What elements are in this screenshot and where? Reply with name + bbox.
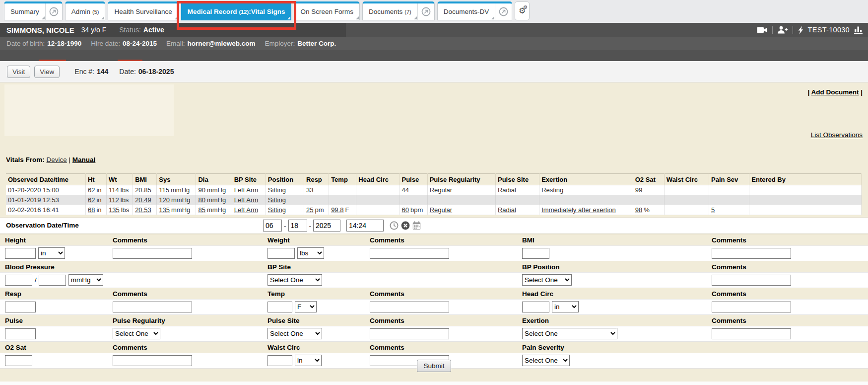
head-circ-comments-input[interactable]	[712, 302, 791, 312]
add-person-icon[interactable]	[777, 26, 788, 34]
pulse-regularity-select[interactable]: Select One	[113, 328, 160, 339]
unit-text: lbs	[121, 186, 129, 194]
resp-comments-input[interactable]	[113, 302, 192, 312]
video-camera-icon[interactable]	[757, 26, 768, 34]
clear-icon[interactable]	[401, 221, 410, 230]
value-link[interactable]: 115	[159, 186, 169, 194]
value-link[interactable]: Immediately after exertion	[541, 206, 616, 214]
value-link[interactable]: Regular	[430, 186, 453, 194]
height-comments-input[interactable]	[113, 248, 192, 259]
value-link[interactable]: Regular	[430, 206, 453, 214]
value-link[interactable]: 114	[109, 186, 119, 194]
popout-icon[interactable]	[417, 3, 434, 20]
value-link[interactable]: Sitting	[268, 206, 286, 214]
submit-button[interactable]: Submit	[417, 360, 451, 372]
value-link[interactable]: 98	[635, 206, 642, 214]
view-button[interactable]: View	[34, 66, 60, 78]
pulse-comments-input[interactable]	[370, 328, 449, 339]
temp-comments-input[interactable]	[370, 302, 449, 312]
tab-health-surveillance[interactable]: Health Surveillance	[108, 1, 178, 20]
value-link[interactable]: 135	[109, 206, 120, 214]
tab-summary[interactable]: Summary	[4, 1, 63, 20]
tab-label[interactable]: Medical Record(12):Vital Signs	[182, 3, 291, 20]
value-link[interactable]: 99	[635, 186, 642, 194]
pulse-site-select[interactable]: Select One	[267, 328, 322, 339]
exertion-comments-input[interactable]	[712, 328, 791, 339]
popout-icon[interactable]	[45, 3, 62, 20]
blood-pressure-unit-select[interactable]: mmHg	[68, 274, 103, 286]
value-link[interactable]: Resting	[541, 186, 563, 194]
value-link[interactable]: 135	[159, 206, 170, 214]
value-link[interactable]: 25	[306, 206, 313, 214]
value-link[interactable]: 60	[402, 206, 409, 214]
obs-day-input[interactable]	[288, 220, 307, 231]
head-circ-unit-select[interactable]: in	[552, 301, 579, 312]
bmi-comments-input[interactable]	[712, 248, 791, 259]
head-circ-input[interactable]	[522, 302, 549, 312]
value-link[interactable]: 85	[198, 206, 205, 214]
bp-comments-input[interactable]	[712, 275, 791, 286]
resp-input[interactable]	[5, 302, 36, 312]
calendar-icon[interactable]	[412, 221, 421, 230]
tab-label[interactable]: Summary	[4, 3, 45, 20]
height-unit-select[interactable]: in	[38, 247, 65, 259]
value-link[interactable]: Left Arm	[234, 196, 258, 204]
bp-site-select[interactable]: Select One	[267, 274, 322, 286]
blood-pressure-systolic-input[interactable]	[5, 275, 32, 286]
value-link[interactable]: 5	[711, 206, 715, 214]
temp-input[interactable]	[267, 302, 292, 312]
value-link[interactable]: Left Arm	[234, 186, 258, 194]
obs-time-input[interactable]	[346, 220, 384, 231]
bmi-input[interactable]	[522, 248, 549, 259]
value-link[interactable]: Sitting	[268, 186, 286, 194]
value-link[interactable]: 68	[88, 206, 95, 214]
value-link[interactable]: 20.49	[135, 196, 151, 204]
weight-unit-select[interactable]: lbs	[297, 247, 324, 259]
chart-icon[interactable]	[854, 26, 863, 34]
tab-documents-dv[interactable]: Documents-DV	[437, 1, 513, 20]
visit-button[interactable]: Visit	[7, 66, 30, 78]
weight-comments-input[interactable]	[370, 248, 449, 259]
value-link[interactable]: 33	[306, 186, 313, 194]
tab-label[interactable]: Documents(7)	[363, 3, 417, 20]
value-link[interactable]: 44	[402, 186, 409, 194]
tab-documents[interactable]: Documents(7)	[362, 1, 435, 20]
manual-link[interactable]: Manual	[72, 156, 96, 163]
tab-admin[interactable]: Admin(5)	[65, 1, 106, 20]
obs-month-input[interactable]	[263, 220, 282, 231]
value-link[interactable]: Sitting	[268, 196, 286, 204]
value-link[interactable]: 62	[88, 186, 95, 194]
value-link[interactable]: 99.8	[331, 206, 343, 214]
tab-label[interactable]: Health Surveillance	[108, 3, 178, 20]
tab-medical-record[interactable]: Medical Record(12):Vital Signs	[181, 1, 292, 20]
value-link[interactable]: 120	[159, 196, 170, 204]
device-link[interactable]: Device	[47, 156, 67, 163]
value-link[interactable]: 62	[88, 196, 95, 204]
weight-input[interactable]	[267, 248, 295, 259]
clock-icon[interactable]	[390, 221, 399, 230]
value-link[interactable]: Left Arm	[234, 206, 258, 214]
lightning-icon[interactable]	[798, 26, 803, 34]
blood-pressure-diastolic-input[interactable]	[39, 275, 66, 286]
settings-gear-icon[interactable]: ⚙⚙	[515, 1, 530, 20]
height-input[interactable]	[5, 248, 36, 259]
value-link[interactable]: 90	[198, 186, 205, 194]
value-link[interactable]: 112	[109, 196, 119, 204]
popout-icon[interactable]	[495, 3, 512, 20]
value-link[interactable]: 20.85	[135, 186, 151, 194]
add-document-link[interactable]: Add Document	[811, 88, 859, 96]
value-link[interactable]: 20.53	[135, 206, 151, 214]
list-observations-link[interactable]: List Observations	[811, 131, 863, 139]
value-link[interactable]: Radial	[498, 186, 516, 194]
bp-position-select[interactable]: Select One	[522, 274, 572, 286]
tab-on-screen-forms[interactable]: On Screen Forms	[294, 1, 360, 20]
pulse-input[interactable]	[5, 328, 36, 339]
value-link[interactable]: Radial	[498, 206, 516, 214]
tab-label[interactable]: Documents-DV	[438, 3, 495, 20]
value-link[interactable]: 80	[198, 196, 205, 204]
tab-label[interactable]: On Screen Forms	[294, 3, 359, 20]
temp-unit-select[interactable]: F	[295, 301, 317, 312]
obs-year-input[interactable]	[313, 220, 340, 231]
exertion-select[interactable]: Select One	[522, 328, 617, 339]
tab-label[interactable]: Admin(5)	[66, 3, 105, 20]
